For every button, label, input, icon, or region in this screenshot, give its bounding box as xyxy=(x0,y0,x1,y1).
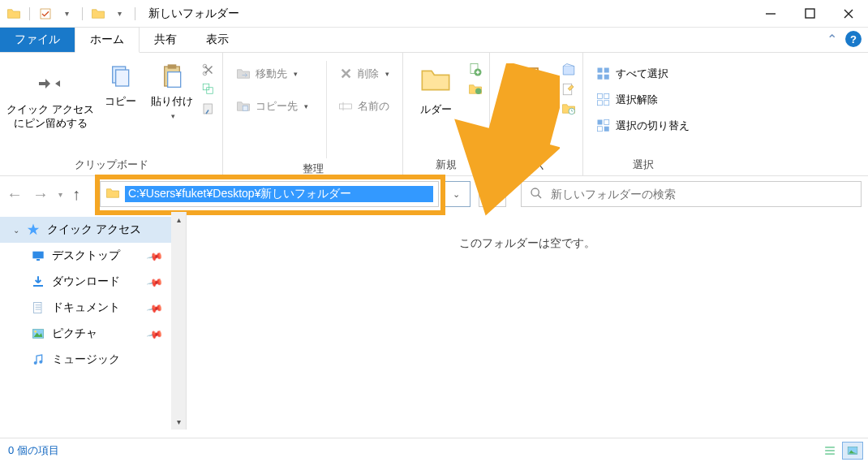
chevron-down-icon: ▾ xyxy=(171,112,175,122)
sidebar-item-documents[interactable]: ドキュメント 📌 xyxy=(0,295,186,321)
move-to-button[interactable]: 移動先 ▾ xyxy=(233,64,312,84)
tab-home[interactable]: ホーム xyxy=(75,27,140,53)
select-all-icon xyxy=(596,67,611,81)
pictures-icon xyxy=(31,326,45,341)
delete-button[interactable]: ✕ 削除 ▾ xyxy=(335,64,393,84)
paste-shortcut-icon[interactable] xyxy=(201,101,216,116)
maximize-button[interactable] xyxy=(790,0,829,27)
tab-file[interactable]: ファイル xyxy=(0,28,75,52)
ribbon-group-open: プロパティ ▾ 開く xyxy=(490,53,583,175)
sidebar-item-quick-access[interactable]: ⌄ クイック アクセス xyxy=(0,217,186,243)
svg-rect-35 xyxy=(604,127,609,132)
cut-icon[interactable] xyxy=(201,63,216,77)
properties-icon xyxy=(506,61,545,100)
back-button[interactable]: ← xyxy=(6,185,23,204)
easy-access-icon[interactable] xyxy=(468,82,483,97)
qat-dropdown-icon[interactable]: ▾ xyxy=(58,5,75,23)
copy-button[interactable]: コピー xyxy=(97,61,143,109)
ribbon-group-clipboard: クイック アクセス にピン留めする コピー 貼り付け ▾ クリップボード xyxy=(0,53,223,175)
svg-rect-39 xyxy=(37,259,40,261)
new-folder-button[interactable]: ルダー xyxy=(410,61,462,117)
body-area: ⌄ クイック アクセス デスクトップ 📌 ダウンロード 📌 ドキュメント 📌 xyxy=(0,212,868,430)
chevron-dropdown-icon[interactable]: ▾ xyxy=(110,5,128,23)
history-icon[interactable] xyxy=(561,101,576,116)
svg-rect-38 xyxy=(32,252,43,259)
paste-button[interactable]: 貼り付け ▾ xyxy=(146,61,198,122)
invert-selection-button[interactable]: 選択の切り替え xyxy=(593,116,693,136)
select-none-button[interactable]: 選択解除 xyxy=(593,90,693,110)
select-none-label: 選択解除 xyxy=(616,93,658,107)
copy-to-button[interactable]: コピー先 ▾ xyxy=(233,97,312,116)
move-to-icon xyxy=(236,67,251,81)
nav-arrows: ← → ▾ ↑ xyxy=(6,185,80,204)
svg-point-20 xyxy=(475,89,482,95)
minimize-button[interactable] xyxy=(751,0,790,27)
svg-rect-2 xyxy=(806,9,814,18)
group-label-open: 開く xyxy=(526,154,547,175)
sidebar-item-pictures[interactable]: ピクチャ 📌 xyxy=(0,321,186,347)
pin-to-quick-access-button[interactable]: クイック アクセス にピン留めする xyxy=(6,61,94,131)
new-folder-label: ルダー xyxy=(420,103,452,117)
address-input[interactable] xyxy=(125,186,433,202)
copy-path-icon[interactable] xyxy=(201,82,216,97)
search-input[interactable] xyxy=(551,188,853,201)
pin-icon xyxy=(31,61,70,100)
view-details-button[interactable] xyxy=(819,442,840,460)
rename-button[interactable]: 名前の xyxy=(335,97,393,116)
svg-rect-0 xyxy=(41,9,50,19)
folder-icon xyxy=(89,5,107,23)
properties-button[interactable]: プロパティ ▾ xyxy=(496,61,555,130)
sidebar-item-downloads[interactable]: ダウンロード 📌 xyxy=(0,269,186,295)
forward-button[interactable]: → xyxy=(32,185,49,204)
new-folder-icon xyxy=(416,61,455,100)
group-label-clipboard: クリップボード xyxy=(75,154,148,175)
address-bar[interactable] xyxy=(100,181,439,207)
invert-selection-label: 選択の切り替え xyxy=(616,119,690,133)
arrow-right-icon: → xyxy=(485,186,500,203)
select-all-button[interactable]: すべて選択 xyxy=(593,64,693,84)
copy-label: コピー xyxy=(105,95,136,109)
chevron-down-icon: ▾ xyxy=(304,102,308,110)
paste-label: 貼り付け xyxy=(151,95,193,109)
close-button[interactable] xyxy=(829,0,868,27)
svg-rect-32 xyxy=(598,120,603,125)
svg-rect-27 xyxy=(604,75,609,80)
title-bar: ▾ ▾ 新しいフォルダー xyxy=(0,0,868,28)
invert-selection-icon xyxy=(596,119,611,133)
qat-properties-icon[interactable] xyxy=(37,5,54,23)
svg-rect-30 xyxy=(598,101,603,106)
scroll-up-icon[interactable]: ▴ xyxy=(177,212,181,227)
collapse-ribbon-icon[interactable]: ⌃ xyxy=(827,32,837,47)
sidebar-item-label: ピクチャ xyxy=(52,326,97,341)
sidebar-item-desktop[interactable]: デスクトップ 📌 xyxy=(0,243,186,269)
tab-view[interactable]: 表示 xyxy=(191,28,243,52)
address-history-dropdown[interactable]: ⌄ xyxy=(443,181,471,207)
svg-rect-41 xyxy=(34,302,41,313)
delete-icon: ✕ xyxy=(338,67,353,81)
go-button[interactable]: → xyxy=(479,181,506,207)
svg-rect-14 xyxy=(204,104,213,114)
recent-dropdown-icon[interactable]: ▾ xyxy=(58,190,62,199)
select-none-icon xyxy=(596,93,611,107)
pin-icon: 📌 xyxy=(146,325,164,342)
svg-rect-8 xyxy=(168,64,177,68)
help-icon[interactable]: ? xyxy=(845,31,862,47)
sidebar-scrollbar[interactable]: ▴ ▾ xyxy=(171,212,186,430)
ribbon-group-new: ルダー 新規 xyxy=(403,53,490,175)
chevron-down-icon: ▾ xyxy=(525,120,529,130)
svg-point-49 xyxy=(39,361,42,364)
edit-icon[interactable] xyxy=(561,82,576,97)
sidebar-item-music[interactable]: ミュージック xyxy=(0,347,186,373)
ribbon-group-select: すべて選択 選択解除 選択の切り替え 選択 xyxy=(583,53,703,175)
up-button[interactable]: ↑ xyxy=(72,185,80,204)
new-item-icon[interactable] xyxy=(468,63,483,77)
search-box[interactable] xyxy=(521,181,862,207)
sidebar-item-label: ミュージック xyxy=(52,352,120,367)
view-large-icons-button[interactable] xyxy=(842,442,863,460)
move-to-label: 移動先 xyxy=(256,67,287,81)
pin-label: クイック アクセス にピン留めする xyxy=(6,103,94,131)
open-icon[interactable] xyxy=(561,63,576,77)
scroll-down-icon[interactable]: ▾ xyxy=(177,414,181,430)
tab-share[interactable]: 共有 xyxy=(140,28,191,52)
download-icon xyxy=(31,274,45,289)
